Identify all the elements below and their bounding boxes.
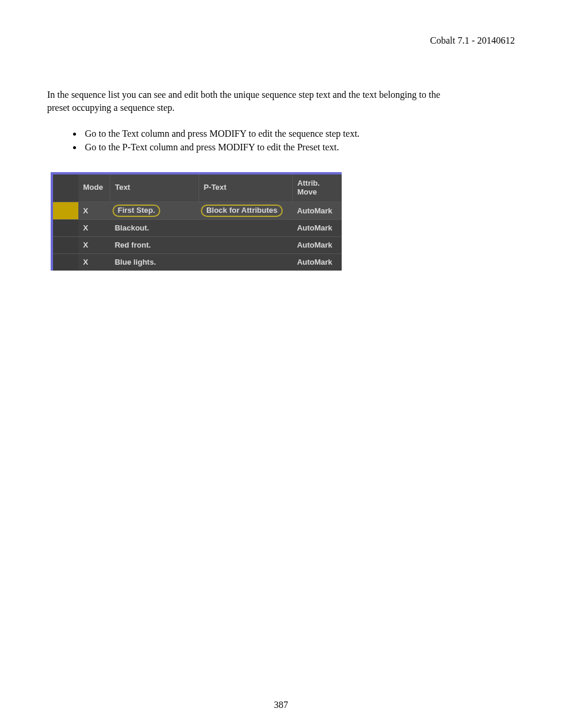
- cell-attrib[interactable]: AutoMark: [292, 202, 342, 219]
- cell-ptext[interactable]: Block for Attributes: [199, 202, 292, 219]
- sequence-table-header-row: Mode Text P-Text Attrib. Move: [53, 174, 342, 202]
- instruction-list: Go to the Text column and press MODIFY t…: [47, 127, 515, 154]
- header-attrib: Attrib. Move: [292, 174, 342, 202]
- row-stub: [53, 253, 78, 271]
- header-stub: [53, 174, 78, 202]
- cell-ptext[interactable]: [199, 236, 292, 253]
- cell-text[interactable]: Blackout.: [110, 219, 199, 236]
- header-ptext: P-Text: [199, 174, 292, 202]
- sequence-row[interactable]: XBlue lights.AutoMark: [53, 253, 342, 271]
- header-attrib-line2: Move: [297, 187, 317, 196]
- cell-attrib-value: AutoMark: [292, 255, 342, 269]
- cell-text[interactable]: First Step.: [110, 202, 199, 219]
- cell-mode[interactable]: X: [78, 236, 110, 253]
- cell-mode-text: X: [78, 204, 110, 218]
- cell-attrib-value: AutoMark: [292, 221, 342, 235]
- cell-text-value: Blackout.: [115, 223, 150, 232]
- page-footer: 387: [0, 700, 562, 710]
- document-page: Cobalt 7.1 - 20140612 In the sequence li…: [0, 0, 562, 728]
- cell-text[interactable]: Blue lights.: [110, 253, 199, 271]
- cell-mode[interactable]: X: [78, 202, 110, 219]
- cell-attrib-value: AutoMark: [292, 238, 342, 252]
- intro-paragraph: In the sequence list you can see and edi…: [47, 88, 457, 114]
- page-header: Cobalt 7.1 - 20140612: [47, 35, 515, 46]
- cell-text-value: First Step.: [113, 205, 161, 217]
- cell-mode-text: X: [78, 255, 110, 269]
- cell-ptext-value: Block for Attributes: [201, 205, 283, 217]
- cell-ptext[interactable]: [199, 253, 292, 271]
- sequence-row[interactable]: XFirst Step.Block for AttributesAutoMark: [53, 202, 342, 219]
- row-stub: [53, 236, 78, 253]
- instruction-item: Go to the P-Text column and press MODIFY…: [82, 140, 515, 154]
- sequence-table: Mode Text P-Text Attrib. Move XFirst Ste…: [53, 174, 342, 271]
- sequence-row[interactable]: XBlackout.AutoMark: [53, 219, 342, 236]
- cell-mode-text: X: [78, 238, 110, 252]
- cell-text-value: Red front.: [115, 241, 151, 249]
- header-title: Cobalt 7.1 - 20140612: [430, 35, 515, 45]
- cell-attrib-value: AutoMark: [292, 204, 342, 218]
- header-mode: Mode: [78, 174, 110, 202]
- cell-text-value: Blue lights.: [115, 258, 156, 266]
- cell-attrib[interactable]: AutoMark: [292, 236, 342, 253]
- cell-attrib[interactable]: AutoMark: [292, 253, 342, 271]
- cell-mode[interactable]: X: [78, 219, 110, 236]
- header-text: Text: [110, 174, 199, 202]
- sequence-row[interactable]: XRed front.AutoMark: [53, 236, 342, 253]
- sequence-list-screenshot: Mode Text P-Text Attrib. Move XFirst Ste…: [51, 172, 342, 271]
- instruction-item: Go to the Text column and press MODIFY t…: [82, 127, 515, 140]
- header-attrib-line1: Attrib.: [297, 179, 320, 187]
- row-stub: [53, 219, 78, 236]
- cell-ptext[interactable]: [199, 219, 292, 236]
- cell-text[interactable]: Red front.: [110, 236, 199, 253]
- cell-mode-text: X: [78, 221, 110, 235]
- row-stub: [53, 202, 78, 219]
- cell-mode[interactable]: X: [78, 253, 110, 271]
- page-number: 387: [274, 700, 288, 710]
- cell-attrib[interactable]: AutoMark: [292, 219, 342, 236]
